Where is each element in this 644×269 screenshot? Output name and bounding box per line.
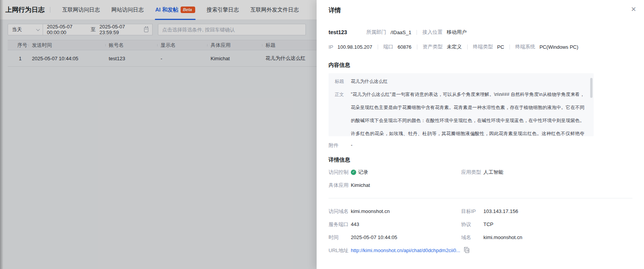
drawer-title: 详情 [329,7,632,15]
attachment-value: - [351,142,352,149]
detail-info-section: 详情信息 访问控制 ✓ 记录 应用类型 人工智能 具体应用 Kimichat [329,157,632,253]
url-label: URL地址 [329,248,351,253]
specific-app-value: Kimichat [351,182,370,188]
terminal-os-value: PC(Windows PC) [539,44,578,50]
content-title-label: 标题 [335,75,346,88]
detail-info-heading: 详情信息 [329,157,632,163]
ip-field: IP 100.98.105.207 [329,44,372,50]
content-info-section: 内容信息 标题 花儿为什么这么红 正文 "花儿为什么这么红"是一句富有诗意的表达… [329,62,632,149]
close-icon[interactable]: ✕ [631,6,636,13]
content-scrollbar[interactable] [590,78,593,98]
app-type-field: 应用类型 人工智能 [461,169,632,175]
protocol-value: TCP [483,221,493,227]
access-control-field: 访问控制 ✓ 记录 [329,169,461,175]
vertical-divider [417,30,417,35]
access-location-field: 接入位置 移动用户 [422,29,466,36]
target-ip-field: 目标IP 103.143.17.156 [461,208,632,214]
url-link[interactable]: http://kimi.moonshot.cn/api/chat/d0dchpd… [351,248,460,253]
content-body-label: 正文 [335,88,346,136]
content-body-row: 正文 "花儿为什么这么红"是一句富有诗意的表达，可以从多个角度来理解。\n\n#… [335,88,584,136]
access-control-label: 访问控制 [329,169,351,175]
time-value: 2025-05-07 10:44:05 [351,234,397,240]
vertical-divider [417,45,417,50]
visit-domain-field: 访问域名 kimi.moonshot.cn [329,208,461,214]
visit-domain-value: kimi.moonshot.cn [351,208,390,214]
domain-field: 域名 kimi.moonshot.cn [461,234,632,240]
asset-type-field: 资产类型 未定义 [423,43,462,50]
content-title-row: 标题 花儿为什么这么红 [335,75,584,88]
service-port-value: 443 [351,221,359,227]
specific-app-field: 具体应用 Kimichat [329,182,632,188]
terminal-os-label: 终端系统 [515,43,535,50]
asset-type-label: 资产类型 [423,43,443,50]
attachment-row: 附件 - [329,142,632,149]
access-location-value: 移动用户 [446,29,466,36]
vertical-divider [510,45,510,50]
copy-icon[interactable] [465,248,469,253]
time-field: 时间 2025-05-07 10:44:05 [329,234,461,240]
identity-row: test123 所属部门 /IDaaS_1 接入位置 移动用户 [329,29,632,36]
access-location-label: 接入位置 [422,29,442,36]
department-field: 所属部门 /IDaaS_1 [366,29,411,36]
specific-app-label: 具体应用 [329,182,351,188]
protocol-field: 协议 TCP [461,221,632,227]
url-field: URL地址 http://kimi.moonshot.cn/api/chat/d… [329,248,632,253]
check-circle-icon: ✓ [351,170,356,175]
left-edge-shadow [0,0,3,269]
port-field: 端口 60876 [383,43,412,50]
horizontal-divider [329,198,632,198]
app-screen: 上网行为日志 互联网访问日志 网站访问日志 AI 和发帖 Beta 搜索引擎日志… [0,0,644,269]
terminal-os-field: 终端系统 PC(Windows PC) [515,43,578,50]
visit-domain-label: 访问域名 [329,208,351,214]
vertical-divider [467,45,468,50]
attachment-label: 附件 [329,142,351,149]
content-body-value: "花儿为什么这么红"是一句富有诗意的表达，可以从多个角度来理解。\n\n### … [351,88,584,136]
ip-label: IP [329,44,333,50]
service-port-label: 服务端口 [329,221,351,227]
detail-kv-grid: 访问控制 ✓ 记录 应用类型 人工智能 具体应用 Kimichat 访问域名 [329,169,632,253]
content-title-value: 花儿为什么这么红 [351,75,388,88]
department-value: /IDaaS_1 [390,30,411,35]
ip-value: 100.98.105.207 [337,44,372,50]
terminal-type-label: 终端类型 [473,43,493,50]
account-name: test123 [329,29,347,35]
domain-label: 域名 [461,234,483,240]
port-label: 端口 [383,43,393,50]
target-ip-label: 目标IP [461,208,483,214]
content-info-heading: 内容信息 [329,62,632,69]
content-box: 标题 花儿为什么这么红 正文 "花儿为什么这么红"是一句富有诗意的表达，可以从多… [329,73,594,136]
app-type-label: 应用类型 [461,169,483,175]
vertical-divider [378,45,378,50]
target-ip-value: 103.143.17.156 [483,208,518,214]
detail-drawer: 详情 ✕ test123 所属部门 /IDaaS_1 接入位置 移动用户 IP … [317,0,644,269]
app-type-value: 人工智能 [483,169,503,175]
protocol-label: 协议 [461,221,483,227]
department-label: 所属部门 [366,29,386,36]
asset-type-value: 未定义 [447,43,462,50]
terminal-type-field: 终端类型 PC [473,43,504,50]
time-label: 时间 [329,234,351,240]
port-value: 60876 [398,44,412,50]
meta-row: IP 100.98.105.207 端口 60876 资产类型 未定义 终端类型… [329,43,632,50]
terminal-type-value: PC [497,44,504,50]
access-control-value: 记录 [358,169,368,175]
service-port-field: 服务端口 443 [329,221,461,227]
domain-value: kimi.moonshot.cn [483,234,522,240]
